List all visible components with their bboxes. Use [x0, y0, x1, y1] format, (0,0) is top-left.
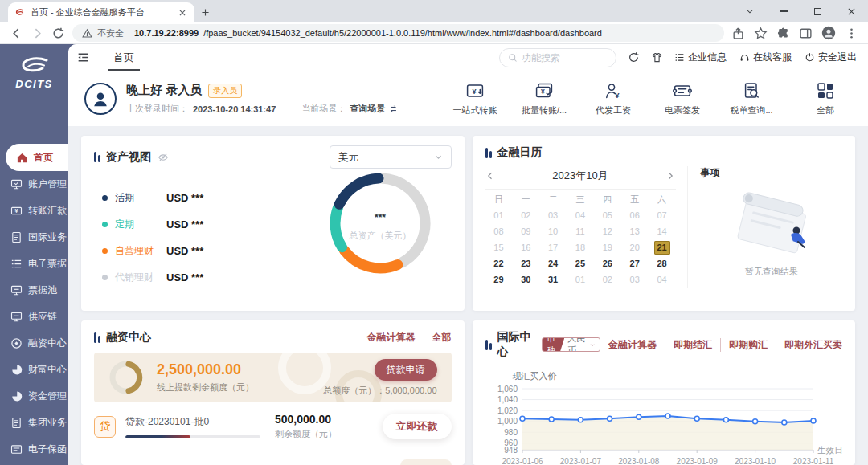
quick-action-e-ticket-issue[interactable]: 电票签发 — [657, 81, 707, 116]
secure-logout-link[interactable]: 安全退出 — [805, 51, 857, 64]
quick-action-tax-query[interactable]: 税单查询... — [727, 81, 776, 116]
theme-skin-icon[interactable] — [651, 51, 663, 63]
intl-link-3[interactable]: 即期外汇买卖 — [776, 338, 842, 352]
calendar-prev-icon[interactable] — [485, 171, 495, 181]
calendar-day[interactable]: 03 — [539, 207, 567, 223]
svg-text:2023-01-08: 2023-01-08 — [618, 457, 660, 465]
calendar-day[interactable]: 27 — [621, 255, 649, 271]
sidebar-item-international[interactable]: 国际业务 — [0, 224, 68, 251]
sidebar-item-wealth[interactable]: 财富中心 — [0, 357, 68, 383]
calendar-day[interactable]: 08 — [485, 223, 513, 239]
calendar-next-icon[interactable] — [665, 171, 675, 181]
calendar-day[interactable]: 24 — [539, 255, 567, 271]
svg-text:980: 980 — [504, 428, 518, 437]
calendar-day[interactable]: 11 — [567, 223, 594, 239]
window-close-button[interactable] — [834, 0, 868, 22]
window-minimize-button[interactable] — [767, 0, 800, 22]
calendar-day[interactable]: 29 — [485, 271, 513, 288]
calendar-day[interactable]: 19 — [594, 239, 621, 255]
sidebar-item-bill-pool[interactable]: 票据池 — [0, 277, 68, 304]
sidebar-item-group[interactable]: 集团业务 — [0, 410, 68, 436]
forward-icon[interactable] — [31, 27, 44, 40]
back-icon[interactable] — [10, 27, 23, 40]
sidebar-item-e-bill[interactable]: 电子票据 — [0, 251, 68, 277]
calendar-day[interactable]: 18 — [567, 239, 594, 255]
collapse-menu-icon[interactable] — [76, 51, 90, 64]
calendar-day[interactable]: 23 — [512, 255, 539, 271]
currency-select[interactable]: 美元 — [330, 145, 452, 169]
reload-icon[interactable] — [51, 27, 65, 40]
quick-action-one-stop-transfer[interactable]: ¥一站式转账 — [450, 81, 500, 116]
intl-link-1[interactable]: 即期结汇 — [665, 338, 720, 352]
calendar-day-selected[interactable]: 21 — [654, 241, 670, 255]
currency-type-select[interactable]: 币种 人民币 — [542, 337, 601, 352]
company-info-link[interactable]: 企业信息 — [674, 51, 727, 64]
browser-profile-avatar[interactable] — [821, 26, 836, 40]
role-badge: 录入员 — [208, 84, 242, 98]
calendar: 2023年10月 日一二三四五六 01020304050607080910111… — [485, 166, 688, 288]
switch-scene-icon[interactable] — [389, 104, 398, 113]
sidebar-item-guarantee[interactable]: 电子保函 — [0, 436, 68, 463]
calendar-day[interactable]: 10 — [539, 223, 567, 239]
sidebar-item-financing[interactable]: 融资中心 — [0, 330, 68, 357]
app: DCITS 首页账户管理¥转账汇款国际业务电子票据票据池供应链融资中心财富中心资… — [0, 44, 868, 465]
new-tab-button[interactable] — [194, 2, 215, 22]
sidebar-item-transfer[interactable]: ¥转账汇款 — [0, 198, 68, 224]
refresh-icon[interactable] — [628, 51, 640, 63]
calendar-day[interactable]: 04 — [649, 271, 676, 288]
calendar-day[interactable]: 22 — [485, 255, 513, 271]
calendar-day[interactable]: 20 — [621, 239, 649, 255]
search-input[interactable] — [522, 52, 608, 63]
loan-apply-button[interactable]: 贷款申请 — [375, 359, 437, 381]
repay-now-button[interactable]: 立即还款 — [383, 414, 452, 439]
calendar-day[interactable]: 30 — [512, 271, 539, 288]
calendar-day[interactable]: 07 — [649, 207, 676, 223]
calendar-day[interactable]: 14 — [649, 223, 676, 239]
calendar-day[interactable]: 01 — [485, 207, 513, 223]
calendar-day[interactable]: 02 — [512, 207, 539, 223]
side-panel-icon[interactable] — [799, 27, 813, 40]
calendar-day[interactable]: 28 — [649, 255, 676, 271]
calendar-day[interactable]: 26 — [594, 255, 621, 271]
sidebar-item-label: 首页 — [34, 151, 53, 165]
calendar-day[interactable]: 04 — [567, 207, 594, 223]
extensions-puzzle-icon[interactable] — [776, 27, 790, 40]
calendar-day[interactable]: 13 — [621, 223, 649, 239]
page-tab-home[interactable]: 首页 — [111, 44, 137, 71]
calendar-day[interactable]: 01 — [567, 271, 594, 288]
calendar-day[interactable]: 16 — [512, 239, 539, 255]
browser-tab[interactable]: 首页 - 企业综合金融服务平台 — [8, 2, 194, 22]
calendar-day[interactable]: 09 — [512, 223, 539, 239]
intl-link-2[interactable]: 即期购汇 — [720, 338, 776, 352]
browser-menu-kebab-icon[interactable] — [845, 27, 858, 40]
online-service-link[interactable]: 在线客服 — [739, 51, 792, 64]
url-bar[interactable]: 不安全 10.7.19.22:8999/fpaas_bucket/9415403… — [72, 24, 724, 42]
calendar-day[interactable]: 05 — [594, 207, 621, 223]
calendar-day[interactable]: 25 — [567, 255, 594, 271]
calendar-day[interactable]: 12 — [594, 223, 621, 239]
share-icon[interactable] — [731, 27, 745, 40]
calendar-day[interactable]: 15 — [485, 239, 513, 255]
tab-search-icon[interactable] — [733, 0, 767, 22]
quick-action-salary-payment[interactable]: ¥代发工资 — [588, 81, 638, 116]
sidebar-item-home[interactable]: 首页 — [6, 144, 68, 171]
sidebar-item-supply-chain[interactable]: 供应链 — [0, 304, 68, 330]
tab-close-icon[interactable] — [177, 7, 188, 18]
financing-link-0[interactable]: 金融计算器 — [359, 331, 424, 345]
legend-dot — [102, 222, 108, 227]
calendar-day[interactable]: 02 — [594, 271, 621, 288]
calendar-day[interactable]: 03 — [621, 271, 649, 288]
sidebar-item-accounts[interactable]: 账户管理 — [0, 171, 68, 198]
window-maximize-button[interactable] — [800, 0, 834, 22]
eye-off-icon[interactable] — [158, 152, 169, 163]
financing-link-1[interactable]: 全部 — [424, 331, 452, 345]
calendar-day[interactable]: 06 — [621, 207, 649, 223]
sidebar-item-funds[interactable]: 资金管理 — [0, 383, 68, 410]
calendar-day[interactable]: 31 — [539, 271, 567, 288]
quick-action-batch-transfer[interactable]: ¥批量转账/... — [519, 81, 569, 116]
quick-action-all[interactable]: 全部 — [800, 81, 850, 116]
intl-link-0[interactable]: 金融计算器 — [600, 338, 665, 352]
bookmark-star-icon[interactable] — [754, 27, 768, 40]
legend-label: 代销理财 — [115, 271, 166, 284]
calendar-day[interactable]: 17 — [539, 239, 567, 255]
